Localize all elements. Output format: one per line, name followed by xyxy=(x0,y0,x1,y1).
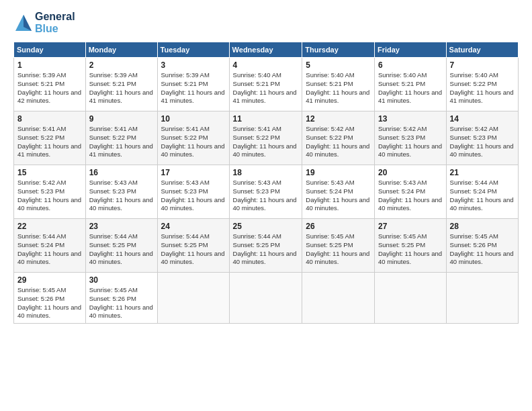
day-info: Sunrise: 5:45 AMSunset: 5:26 PMDaylight:… xyxy=(450,232,514,265)
day-number: 15 xyxy=(17,168,82,177)
day-number: 20 xyxy=(378,168,443,177)
logo-icon xyxy=(13,13,34,33)
header-monday: Monday xyxy=(85,42,157,58)
day-info: Sunrise: 5:40 AMSunset: 5:22 PMDaylight:… xyxy=(450,71,514,104)
calendar-cell: 29 Sunrise: 5:45 AMSunset: 5:26 PMDaylig… xyxy=(14,273,86,324)
day-info: Sunrise: 5:45 AMSunset: 5:26 PMDaylight:… xyxy=(89,286,153,319)
day-info: Sunrise: 5:40 AMSunset: 5:21 PMDaylight:… xyxy=(233,71,297,104)
day-info: Sunrise: 5:41 AMSunset: 5:22 PMDaylight:… xyxy=(161,125,225,158)
calendar-cell xyxy=(157,273,229,324)
day-number: 5 xyxy=(306,60,371,70)
day-number: 19 xyxy=(306,168,371,177)
day-number: 18 xyxy=(233,168,299,177)
calendar-cell: 7 Sunrise: 5:40 AMSunset: 5:22 PMDayligh… xyxy=(446,58,518,111)
day-number: 10 xyxy=(161,114,226,124)
calendar-cell: 13 Sunrise: 5:42 AMSunset: 5:23 PMDaylig… xyxy=(374,111,446,165)
calendar-cell: 22 Sunrise: 5:44 AMSunset: 5:24 PMDaylig… xyxy=(14,219,86,273)
day-number: 9 xyxy=(89,114,154,124)
day-info: Sunrise: 5:40 AMSunset: 5:21 PMDaylight:… xyxy=(378,71,442,104)
day-info: Sunrise: 5:42 AMSunset: 5:23 PMDaylight:… xyxy=(378,125,442,158)
calendar-cell: 11 Sunrise: 5:41 AMSunset: 5:22 PMDaylig… xyxy=(229,111,302,165)
day-number: 30 xyxy=(89,275,154,285)
calendar-cell: 19 Sunrise: 5:43 AMSunset: 5:24 PMDaylig… xyxy=(302,165,375,219)
calendar-cell xyxy=(229,273,302,324)
calendar-cell: 9 Sunrise: 5:41 AMSunset: 5:22 PMDayligh… xyxy=(85,111,157,165)
calendar-cell: 30 Sunrise: 5:45 AMSunset: 5:26 PMDaylig… xyxy=(85,273,157,324)
day-number: 11 xyxy=(233,114,299,124)
day-info: Sunrise: 5:44 AMSunset: 5:25 PMDaylight:… xyxy=(89,232,153,265)
logo: General Blue xyxy=(13,11,75,35)
calendar-cell xyxy=(374,273,446,324)
calendar-cell: 21 Sunrise: 5:44 AMSunset: 5:24 PMDaylig… xyxy=(446,165,518,219)
day-number: 14 xyxy=(450,114,515,124)
day-info: Sunrise: 5:44 AMSunset: 5:24 PMDaylight:… xyxy=(17,232,81,265)
day-info: Sunrise: 5:44 AMSunset: 5:25 PMDaylight:… xyxy=(161,232,225,265)
weekday-header-row: Sunday Monday Tuesday Wednesday Thursday… xyxy=(14,42,519,58)
day-number: 2 xyxy=(89,60,154,70)
day-info: Sunrise: 5:40 AMSunset: 5:21 PMDaylight:… xyxy=(306,71,369,104)
day-info: Sunrise: 5:41 AMSunset: 5:22 PMDaylight:… xyxy=(233,125,297,158)
day-info: Sunrise: 5:44 AMSunset: 5:24 PMDaylight:… xyxy=(450,179,514,212)
day-info: Sunrise: 5:43 AMSunset: 5:24 PMDaylight:… xyxy=(306,179,369,212)
day-number: 21 xyxy=(450,168,515,177)
day-number: 28 xyxy=(450,222,515,231)
day-number: 23 xyxy=(89,222,154,231)
calendar-cell: 23 Sunrise: 5:44 AMSunset: 5:25 PMDaylig… xyxy=(85,219,157,273)
day-number: 12 xyxy=(306,114,371,124)
day-info: Sunrise: 5:42 AMSunset: 5:23 PMDaylight:… xyxy=(450,125,514,158)
calendar-cell: 24 Sunrise: 5:44 AMSunset: 5:25 PMDaylig… xyxy=(157,219,229,273)
calendar-page: General Blue Sunday Monday Tuesday Wedne… xyxy=(0,0,532,411)
day-info: Sunrise: 5:41 AMSunset: 5:22 PMDaylight:… xyxy=(89,125,153,158)
calendar-cell: 16 Sunrise: 5:43 AMSunset: 5:23 PMDaylig… xyxy=(85,165,157,219)
day-number: 8 xyxy=(17,114,82,124)
header-saturday: Saturday xyxy=(446,42,518,58)
calendar-cell xyxy=(302,273,375,324)
day-info: Sunrise: 5:39 AMSunset: 5:21 PMDaylight:… xyxy=(89,71,153,104)
day-number: 26 xyxy=(306,222,371,231)
day-info: Sunrise: 5:43 AMSunset: 5:24 PMDaylight:… xyxy=(378,179,442,212)
calendar-cell: 10 Sunrise: 5:41 AMSunset: 5:22 PMDaylig… xyxy=(157,111,229,165)
day-number: 3 xyxy=(161,60,226,70)
day-info: Sunrise: 5:44 AMSunset: 5:25 PMDaylight:… xyxy=(233,232,297,265)
day-info: Sunrise: 5:45 AMSunset: 5:25 PMDaylight:… xyxy=(306,232,369,265)
header-tuesday: Tuesday xyxy=(157,42,229,58)
day-number: 7 xyxy=(450,60,515,70)
calendar-cell xyxy=(446,273,518,324)
day-info: Sunrise: 5:43 AMSunset: 5:23 PMDaylight:… xyxy=(161,179,225,212)
day-info: Sunrise: 5:42 AMSunset: 5:23 PMDaylight:… xyxy=(17,179,81,212)
day-info: Sunrise: 5:45 AMSunset: 5:25 PMDaylight:… xyxy=(378,232,442,265)
day-info: Sunrise: 5:43 AMSunset: 5:23 PMDaylight:… xyxy=(89,179,153,212)
day-number: 25 xyxy=(233,222,299,231)
header-sunday: Sunday xyxy=(14,42,86,58)
day-number: 6 xyxy=(378,60,443,70)
calendar-cell: 17 Sunrise: 5:43 AMSunset: 5:23 PMDaylig… xyxy=(157,165,229,219)
calendar-cell: 1 Sunrise: 5:39 AMSunset: 5:21 PMDayligh… xyxy=(14,58,86,111)
day-number: 1 xyxy=(17,60,82,70)
logo-text: General Blue xyxy=(35,11,75,35)
calendar-cell: 5 Sunrise: 5:40 AMSunset: 5:21 PMDayligh… xyxy=(302,58,375,111)
calendar-cell: 2 Sunrise: 5:39 AMSunset: 5:21 PMDayligh… xyxy=(85,58,157,111)
calendar-cell: 27 Sunrise: 5:45 AMSunset: 5:25 PMDaylig… xyxy=(374,219,446,273)
day-info: Sunrise: 5:45 AMSunset: 5:26 PMDaylight:… xyxy=(17,286,81,319)
day-number: 4 xyxy=(233,60,299,70)
day-info: Sunrise: 5:39 AMSunset: 5:21 PMDaylight:… xyxy=(161,71,225,104)
day-info: Sunrise: 5:41 AMSunset: 5:22 PMDaylight:… xyxy=(17,125,81,158)
calendar-cell: 8 Sunrise: 5:41 AMSunset: 5:22 PMDayligh… xyxy=(14,111,86,165)
header-thursday: Thursday xyxy=(302,42,375,58)
day-info: Sunrise: 5:39 AMSunset: 5:21 PMDaylight:… xyxy=(17,71,81,104)
day-number: 17 xyxy=(161,168,226,177)
header-wednesday: Wednesday xyxy=(229,42,302,58)
calendar-cell: 6 Sunrise: 5:40 AMSunset: 5:21 PMDayligh… xyxy=(374,58,446,111)
calendar-table: Sunday Monday Tuesday Wednesday Thursday… xyxy=(13,42,519,324)
day-info: Sunrise: 5:43 AMSunset: 5:23 PMDaylight:… xyxy=(233,179,297,212)
calendar-cell: 25 Sunrise: 5:44 AMSunset: 5:25 PMDaylig… xyxy=(229,219,302,273)
calendar-cell: 26 Sunrise: 5:45 AMSunset: 5:25 PMDaylig… xyxy=(302,219,375,273)
day-number: 16 xyxy=(89,168,154,177)
calendar-cell: 14 Sunrise: 5:42 AMSunset: 5:23 PMDaylig… xyxy=(446,111,518,165)
calendar-cell: 12 Sunrise: 5:42 AMSunset: 5:22 PMDaylig… xyxy=(302,111,375,165)
calendar-cell: 18 Sunrise: 5:43 AMSunset: 5:23 PMDaylig… xyxy=(229,165,302,219)
day-number: 22 xyxy=(17,222,82,231)
day-info: Sunrise: 5:42 AMSunset: 5:22 PMDaylight:… xyxy=(306,125,369,158)
calendar-cell: 15 Sunrise: 5:42 AMSunset: 5:23 PMDaylig… xyxy=(14,165,86,219)
header: General Blue xyxy=(13,11,519,35)
